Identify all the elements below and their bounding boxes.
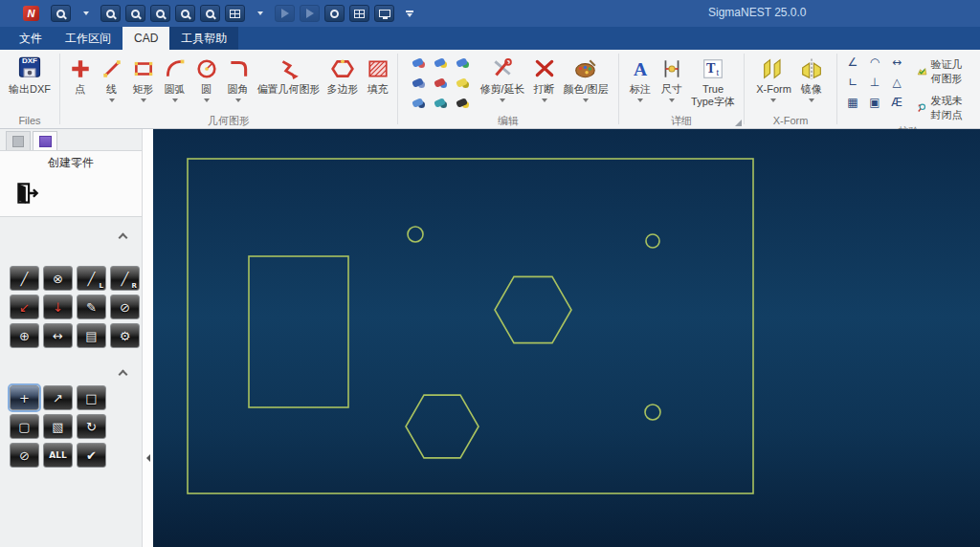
layer-stack-icon[interactable] <box>452 93 473 112</box>
circle-hole-1[interactable] <box>408 227 423 242</box>
display-icon[interactable] <box>374 5 394 22</box>
annotate-button[interactable]: A 标注 <box>625 53 656 102</box>
measure-width-icon[interactable]: ↔ <box>886 53 907 72</box>
hexagon-cutout-1[interactable] <box>495 276 571 342</box>
trim-extend-button[interactable]: 修剪/延长 <box>477 53 527 102</box>
line-button[interactable]: 线 <box>97 53 127 102</box>
circle-hole-3[interactable] <box>645 405 660 420</box>
mirror-dropdown[interactable] <box>809 98 814 102</box>
point-button[interactable]: 点 <box>65 53 96 96</box>
panel-splitter[interactable] <box>142 129 153 547</box>
measure-triangle-icon[interactable]: △ <box>886 73 907 92</box>
zoom-selection-icon[interactable] <box>200 5 220 22</box>
offset-geometry-button[interactable]: 偏置几何图形 <box>255 53 323 96</box>
tab-file[interactable]: 文件 <box>8 27 54 50</box>
measure-axis-icon[interactable]: ⊥ <box>864 73 885 92</box>
measure-arc-icon[interactable]: ◠ <box>864 53 885 72</box>
crosshair-select-icon[interactable]: + <box>10 385 39 410</box>
properties-list-icon[interactable]: ▤ <box>77 323 106 348</box>
app-logo-icon[interactable]: N <box>23 6 39 21</box>
measure-corner-icon[interactable]: ∟ <box>842 73 863 92</box>
dimension-bracket-icon[interactable]: ↔ <box>43 323 73 348</box>
filter-icon[interactable] <box>452 73 473 92</box>
select-all-icon[interactable]: ALL <box>43 443 73 468</box>
annotate-dropdown[interactable] <box>637 98 643 102</box>
zoom-extents-icon[interactable] <box>150 5 170 22</box>
truetype-font-button[interactable]: T t True Type字体 <box>688 53 738 108</box>
xform-dropdown[interactable] <box>770 98 776 102</box>
color-layer-button[interactable]: 颜色/图层 <box>561 53 612 102</box>
xform-button[interactable]: X-Form <box>753 53 794 102</box>
tab-workspace[interactable]: 工作区间 <box>54 27 122 50</box>
trim-extend-dropdown[interactable] <box>500 98 505 102</box>
deselect-icon[interactable]: ⊘ <box>10 443 39 468</box>
pointer-select-icon[interactable]: ↗ <box>43 385 73 410</box>
pencil-edit-icon[interactable]: ✎ <box>77 295 106 319</box>
sidebar-tab-1[interactable] <box>6 131 31 150</box>
rectangle-dropdown[interactable] <box>141 98 146 102</box>
tab-cad[interactable]: CAD <box>122 27 169 50</box>
window-select-icon[interactable]: □ <box>77 385 106 410</box>
export-dxf-button[interactable]: DXF 输出DXF <box>6 53 54 96</box>
line-dropdown[interactable] <box>109 98 115 102</box>
tab-tools-help[interactable]: 工具帮助 <box>169 27 238 50</box>
eraser-green-icon[interactable] <box>452 53 473 72</box>
find-open-points-button[interactable]: 发现未封闭点 <box>915 93 974 123</box>
line-right-icon[interactable]: ╱R <box>110 266 140 291</box>
fillet-dropdown[interactable] <box>235 98 241 102</box>
section-collapse-2[interactable] <box>0 367 142 378</box>
no-entity-icon[interactable]: ⊘ <box>110 295 140 319</box>
measure-text-icon[interactable]: Æ <box>886 93 907 112</box>
inner-rectangle-cutout[interactable] <box>249 256 348 407</box>
exit-part-button[interactable] <box>6 176 136 210</box>
qat-dropdown-arrow-1[interactable] <box>76 5 96 22</box>
measure-angle-icon[interactable]: ∠ <box>842 53 863 72</box>
confirm-selection-icon[interactable]: ✔ <box>77 443 106 468</box>
measure-grid-icon[interactable]: ▦ <box>842 93 863 112</box>
break-dropdown[interactable] <box>542 98 547 102</box>
qat-dropdown-arrow-2[interactable] <box>250 5 270 22</box>
customize-qat-icon[interactable] <box>399 5 419 22</box>
circle-dropdown[interactable] <box>204 98 210 102</box>
zoom-previous-icon[interactable] <box>175 5 195 22</box>
point-cluster-icon[interactable] <box>430 73 451 92</box>
sidebar-tab-2[interactable] <box>33 131 57 150</box>
dimension-dropdown[interactable] <box>669 98 675 102</box>
zoom-in-icon[interactable] <box>100 5 121 22</box>
arc-button[interactable]: 圆弧 <box>160 53 190 102</box>
rotate-selection-icon[interactable]: ↻ <box>77 414 106 439</box>
color-layer-dropdown[interactable] <box>583 98 589 102</box>
workspace-view-icon[interactable] <box>349 5 369 22</box>
circle-button[interactable]: 圆 <box>191 53 222 102</box>
wedge-teal-icon[interactable] <box>430 93 451 112</box>
mirror-button[interactable]: 镜像 <box>795 53 828 102</box>
part-drawing[interactable] <box>153 129 980 547</box>
line-left-icon[interactable]: ╱L <box>77 266 106 291</box>
view-grid-icon[interactable] <box>225 5 245 22</box>
copy-selection-icon[interactable]: ▧ <box>43 414 73 439</box>
eraser-add-icon[interactable] <box>430 53 451 72</box>
hexagon-cutout-2[interactable] <box>406 395 479 458</box>
part-outline[interactable] <box>188 159 753 493</box>
verify-geometry-button[interactable]: 验证几何图形 <box>915 56 974 87</box>
polygon-button[interactable]: 多边形 <box>324 53 362 96</box>
fill-button[interactable]: 填充 <box>363 53 393 96</box>
snapshot-icon[interactable] <box>324 5 345 22</box>
undo-icon[interactable] <box>275 5 295 22</box>
chamfer-arrow-icon[interactable]: ↙ <box>10 295 39 319</box>
add-point-icon[interactable]: ⊕ <box>10 323 39 348</box>
crossing-window-icon[interactable]: ▢ <box>10 414 39 439</box>
settings-gear-icon[interactable]: ⚙ <box>110 323 140 348</box>
arc-dropdown[interactable] <box>172 98 178 102</box>
zoom-window-icon[interactable] <box>51 5 71 22</box>
break-button[interactable]: 打断 <box>529 53 560 102</box>
zoom-out-icon[interactable] <box>125 5 145 22</box>
fillet-button[interactable]: 圆角 <box>223 53 254 102</box>
section-collapse-1[interactable] <box>0 230 142 241</box>
snap-point-icon[interactable]: ↓ <box>43 295 73 319</box>
eraser-blue-icon[interactable] <box>408 53 429 72</box>
measure-square-icon[interactable]: ▣ <box>864 93 885 112</box>
dimension-button[interactable]: 尺寸 <box>657 53 687 102</box>
circle-entity-icon[interactable]: ⊗ <box>43 266 73 291</box>
undo-arc-icon[interactable] <box>408 73 429 92</box>
